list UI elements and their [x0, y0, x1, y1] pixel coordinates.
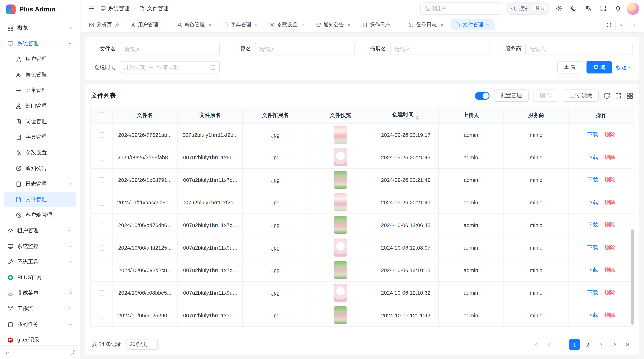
language-button[interactable] [582, 3, 594, 14]
row-checkbox[interactable] [98, 200, 104, 206]
download-link[interactable]: 下载 [587, 312, 598, 318]
filename-input[interactable] [120, 43, 220, 55]
sidebar-item-menu-mgmt[interactable]: 菜单管理 [4, 83, 76, 98]
tab-notice[interactable]: 通知公告 [312, 19, 356, 30]
tab-close-icon[interactable] [439, 22, 444, 27]
sidebar-item-param-settings[interactable]: 参数设置 [4, 145, 76, 160]
tab-close-icon[interactable] [207, 22, 212, 27]
delete-link[interactable]: 删除 [605, 199, 616, 205]
download-link[interactable]: 下载 [587, 176, 598, 183]
pagination-page-1[interactable]: 1 [569, 339, 580, 350]
tab-file-mgmt[interactable]: 文件管理 [451, 19, 495, 30]
config-toggle[interactable] [474, 92, 490, 100]
delete-link[interactable]: 删除 [605, 312, 616, 318]
file-preview-image[interactable] [334, 284, 347, 302]
row-checkbox[interactable] [98, 132, 104, 138]
sidebar-item-plus-website[interactable]: PLUS官网 [4, 270, 76, 285]
delete-link[interactable]: 删除 [605, 222, 616, 228]
sidebar-item-client-mgmt[interactable]: 客户端管理 [4, 208, 76, 223]
download-link[interactable]: 下载 [587, 267, 598, 273]
delete-link[interactable]: 删除 [605, 154, 616, 160]
tab-login-log[interactable]: 登录日志 [404, 19, 448, 30]
pagination-last-page-button[interactable] [622, 339, 632, 350]
delete-link[interactable]: 删除 [605, 131, 616, 137]
sidebar-item-role-mgmt[interactable]: 角色管理 [4, 67, 76, 82]
row-checkbox[interactable] [98, 268, 104, 273]
sidebar-item-user-mgmt[interactable]: 用户管理 [4, 52, 76, 66]
page-size-select[interactable]: 20条/页 [126, 339, 158, 350]
delete-link[interactable]: 删除 [605, 267, 616, 273]
download-link[interactable]: 下载 [587, 131, 598, 137]
provider-input[interactable] [525, 43, 632, 55]
sidebar-item-my-tasks[interactable]: 我的任务 [4, 317, 76, 332]
pagination-first-page-button[interactable] [530, 339, 540, 350]
dark-mode-button[interactable] [568, 3, 579, 14]
sidebar-item-overview[interactable]: 概览 [4, 20, 76, 35]
delete-link[interactable]: 删除 [605, 176, 616, 183]
sidebar-item-log-mgmt[interactable]: 日志管理 [4, 176, 76, 191]
tab-param-settings[interactable]: 参数设置 [265, 19, 309, 30]
pagination-page-2[interactable]: 2 [582, 339, 593, 350]
hamburger-menu-button[interactable] [86, 3, 97, 14]
tab-close-icon[interactable] [346, 22, 352, 27]
tab-menu-button[interactable] [615, 20, 628, 30]
sidebar-item-system-mgmt[interactable]: 系统管理 [4, 36, 76, 51]
tab-user-mgmt[interactable]: 用户管理 [126, 19, 170, 30]
sidebar-item-system-monitor[interactable]: 系统监控 [4, 239, 76, 254]
pagination-prev-page-button[interactable] [556, 339, 567, 350]
sidebar-item-post-mgmt[interactable]: 岗位管理 [4, 114, 76, 129]
tab-analysis[interactable]: 分析页 [84, 19, 124, 30]
file-preview-image[interactable] [334, 239, 347, 257]
table-fullscreen-icon[interactable] [615, 92, 622, 99]
global-search-button[interactable]: 搜索 ⌘ K [505, 2, 550, 15]
sidebar-collapse-button[interactable]: « [4, 349, 11, 356]
sidebar-item-tenant-mgmt[interactable]: 租户管理 [4, 223, 76, 238]
sidebar-item-dict-mgmt[interactable]: 字典管理 [4, 130, 76, 145]
column-settings-icon[interactable] [626, 92, 633, 99]
row-checkbox[interactable] [98, 177, 104, 183]
tab-close-icon[interactable] [300, 22, 305, 27]
breadcrumb-item[interactable]: 文件管理 [139, 5, 168, 12]
config-manage-button[interactable]: 配置管理 [494, 90, 528, 102]
tab-close-icon[interactable] [161, 22, 166, 27]
file-preview-image[interactable] [334, 126, 347, 144]
file-preview-image[interactable] [334, 261, 347, 279]
select-all-checkbox[interactable] [98, 113, 104, 118]
content-fullscreen-button[interactable] [628, 20, 640, 30]
download-link[interactable]: 下载 [587, 199, 598, 205]
extension-input[interactable] [390, 43, 490, 55]
notifications-button[interactable] [612, 3, 624, 14]
sidebar-item-notice[interactable]: 通知公告 [4, 161, 76, 176]
settings-button[interactable] [553, 3, 564, 14]
tab-close-icon[interactable] [486, 22, 491, 27]
search-button[interactable]: 查 询 [586, 61, 612, 73]
download-link[interactable]: 下载 [587, 154, 598, 160]
sidebar-item-system-tools[interactable]: 系统工具 [4, 254, 76, 269]
tab-role-mgmt[interactable]: 角色管理 [172, 19, 216, 30]
refresh-tab-button[interactable] [603, 20, 615, 30]
sidebar-item-dept-mgmt[interactable]: 部门管理 [4, 98, 76, 113]
sidebar-item-file-mgmt[interactable]: 文件管理 [4, 192, 76, 207]
collapse-filters-link[interactable]: 收起 [616, 64, 632, 71]
breadcrumb-item[interactable]: 系统管理 [100, 5, 129, 12]
sidebar-item-workflow[interactable]: 工作流 [4, 301, 76, 316]
file-preview-image[interactable] [334, 193, 347, 211]
row-checkbox[interactable] [98, 155, 104, 160]
delete-button[interactable]: 删 除 [533, 90, 558, 102]
refresh-table-icon[interactable] [604, 92, 610, 99]
row-checkbox[interactable] [98, 313, 104, 319]
row-checkbox[interactable] [98, 245, 104, 251]
sort-icon[interactable] [416, 115, 419, 120]
pin-icon[interactable] [114, 22, 119, 27]
pagination-next-page-button[interactable] [596, 339, 606, 350]
upload-button[interactable]: 上传 没做 [563, 90, 599, 102]
download-link[interactable]: 下载 [587, 222, 598, 228]
tab-close-icon[interactable] [254, 22, 259, 27]
download-link[interactable]: 下载 [587, 290, 598, 296]
pagination-fast-next-button[interactable] [609, 339, 620, 350]
tab-close-icon[interactable] [393, 22, 398, 27]
tenant-select-input[interactable] [420, 2, 502, 15]
file-preview-image[interactable] [334, 148, 347, 166]
sidebar-pin-icon[interactable] [70, 350, 76, 355]
pagination-fast-prev-button[interactable] [543, 339, 554, 350]
